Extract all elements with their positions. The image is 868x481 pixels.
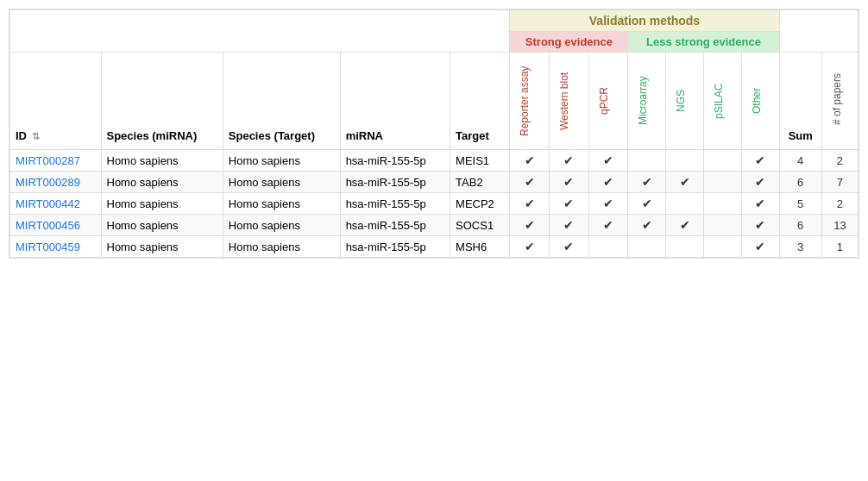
validation-methods-header: Validation methods [510,10,779,32]
species-mirna-column-header: Species (miRNA) [101,53,223,150]
microarray-cell [628,236,666,258]
other-cell: ✔ [741,215,779,236]
empty-sum-header [779,10,858,53]
western-blot-cell: ✔ [550,150,589,172]
psilac-cell [703,193,741,215]
microarray-cell: ✔ [628,193,666,215]
id-cell: MIRT000287 [10,150,102,172]
validation-methods-label: Validation methods [589,14,700,28]
checkmark-icon: ✔ [603,153,613,167]
qpcr-cell [588,236,628,258]
western-blot-cell: ✔ [550,236,589,258]
sum-cell: 5 [779,193,821,215]
sum-cell: 4 [779,150,821,172]
species-target-cell: Homo sapiens [223,172,340,193]
checkmark-icon: ✔ [603,175,613,189]
checkmark-icon: ✔ [525,153,535,167]
strong-evidence-label: Strong evidence [525,35,613,48]
checkmark-icon: ✔ [525,197,535,210]
checkmark-icon: ✔ [755,218,765,232]
id-link[interactable]: MIRT000289 [16,176,80,189]
empty-top-header [10,10,510,53]
species-mirna-cell: Homo sapiens [101,172,223,193]
species-target-cell: Homo sapiens [223,193,340,215]
western-blot-cell: ✔ [550,193,589,215]
id-cell: MIRT000289 [10,172,102,193]
id-column-header[interactable]: ID ⇅ [10,53,102,150]
checkmark-icon: ✔ [642,175,652,189]
microarray-cell: ✔ [628,215,666,236]
checkmark-icon: ✔ [563,153,574,167]
checkmark-icon: ✔ [755,175,765,189]
id-cell: MIRT000459 [10,236,102,258]
mirna-cell: hsa-miR-155-5p [340,193,450,215]
qpcr-cell: ✔ [588,150,628,172]
id-link[interactable]: MIRT000442 [16,197,80,210]
checkmark-icon: ✔ [563,240,574,253]
reporter-assay-cell: ✔ [510,150,550,172]
mirna-column-header: miRNA [340,53,450,150]
ngs-column-header: NGS [666,53,704,150]
table-body: MIRT000287 Homo sapiens Homo sapiens hsa… [10,150,859,258]
papers-cell: 1 [821,236,858,258]
sort-icon: ⇅ [32,131,40,142]
table-row: MIRT000456 Homo sapiens Homo sapiens hsa… [10,215,859,236]
qpcr-cell: ✔ [588,193,628,215]
sum-cell: 6 [779,172,821,193]
other-cell: ✔ [741,236,779,258]
qpcr-column-header: qPCR [588,53,628,150]
checkmark-icon: ✔ [680,175,690,189]
species-target-cell: Homo sapiens [223,215,340,236]
species-mirna-cell: Homo sapiens [101,215,223,236]
species-mirna-cell: Homo sapiens [101,193,223,215]
other-cell: ✔ [741,150,779,172]
mirna-cell: hsa-miR-155-5p [340,215,450,236]
ngs-cell [666,193,704,215]
ngs-cell [666,236,704,258]
checkmark-icon: ✔ [525,218,535,232]
main-table-wrapper: Validation methods Strong evidence Less … [9,9,859,259]
checkmark-icon: ✔ [603,218,613,232]
reporter-assay-cell: ✔ [510,172,550,193]
target-cell: MECP2 [450,193,510,215]
psilac-cell [703,215,741,236]
mirna-cell: hsa-miR-155-5p [340,236,450,258]
microarray-column-header: Microarray [628,53,666,150]
species-target-column-header: Species (Target) [223,53,340,150]
reporter-assay-cell: ✔ [510,215,550,236]
psilac-cell [703,236,741,258]
table-row: MIRT000289 Homo sapiens Homo sapiens hsa… [10,172,859,193]
qpcr-cell: ✔ [588,215,628,236]
id-link[interactable]: MIRT000459 [16,240,80,253]
western-blot-column-header: Western blot [550,53,589,150]
psilac-cell [703,172,741,193]
target-cell: MEIS1 [450,150,510,172]
strong-evidence-header: Strong evidence [510,32,628,53]
mirna-cell: hsa-miR-155-5p [340,150,450,172]
psilac-column-header: pSILAC [703,53,741,150]
checkmark-icon: ✔ [525,175,535,189]
table-row: MIRT000459 Homo sapiens Homo sapiens hsa… [10,236,859,258]
checkmark-icon: ✔ [755,153,765,167]
species-mirna-cell: Homo sapiens [101,236,223,258]
checkmark-icon: ✔ [755,240,765,253]
other-column-header: Other [741,53,779,150]
species-target-cell: Homo sapiens [223,150,340,172]
psilac-cell [703,150,741,172]
checkmark-icon: ✔ [603,197,613,210]
id-link[interactable]: MIRT000456 [16,219,80,232]
target-column-header: Target [450,53,510,150]
papers-cell: 7 [821,172,858,193]
ngs-cell: ✔ [666,172,704,193]
id-link[interactable]: MIRT000287 [16,154,80,167]
western-blot-cell: ✔ [550,215,589,236]
num-papers-column-header: # of papers [821,53,858,150]
species-mirna-cell: Homo sapiens [101,150,223,172]
checkmark-icon: ✔ [642,197,652,210]
other-cell: ✔ [741,172,779,193]
microarray-cell: ✔ [628,172,666,193]
papers-cell: 13 [821,215,858,236]
reporter-assay-cell: ✔ [510,236,550,258]
checkmark-icon: ✔ [563,197,574,210]
table-row: MIRT000442 Homo sapiens Homo sapiens hsa… [10,193,859,215]
